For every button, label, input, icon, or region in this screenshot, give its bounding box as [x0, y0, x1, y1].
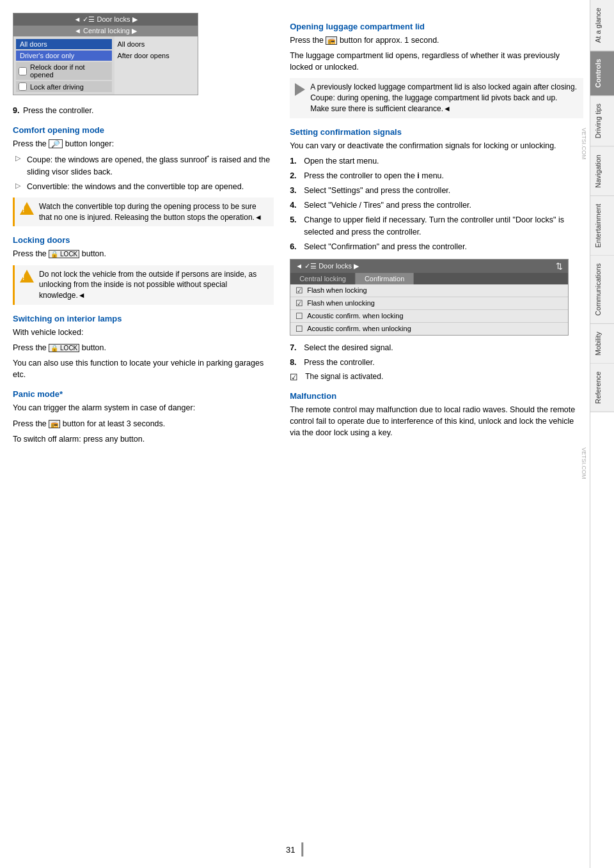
door-option-all-doors: All doors	[16, 39, 112, 49]
step-8: 8. Press the controller.	[290, 357, 583, 368]
info-triangle-icon	[295, 83, 305, 96]
confirm-tabs-row: Central locking Confirmation	[290, 273, 568, 284]
panic-text1: You can trigger the alarm system in case…	[13, 402, 274, 414]
step-6: 6. Select "Confirmation" and press the c…	[290, 241, 583, 252]
door-locks-header: ◄ ✓☰ Door locks ▶	[13, 13, 198, 26]
sidebar-tab-navigation[interactable]: Navigation	[590, 147, 615, 196]
confirmation-intro: You can vary or deactivate the confirmat…	[290, 140, 583, 151]
flash-when-unlocking-row: ☑ Flash when unlocking	[290, 297, 568, 310]
confirm-header: ◄ ✓☰ Door locks ▶ ⇅	[290, 260, 568, 273]
page-divider	[302, 842, 304, 856]
tab-central-locking[interactable]: Central locking	[290, 273, 356, 284]
acoustic-unlocking-row: ☐ Acoustic confirm. when unlocking	[290, 323, 568, 335]
panic-mode-title: Panic mode*	[13, 389, 274, 399]
opening-luggage-text1: Press the 📻 button for approx. 1 second.	[290, 35, 583, 46]
door-checkbox-lock-after: Lock after driving	[16, 81, 112, 92]
malfunction-title: Malfunction	[290, 391, 583, 401]
info-box-luggage: A previously locked luggage compartment …	[290, 78, 583, 118]
confirmation-steps-list: 1. Open the start menu. 2. Press the con…	[290, 155, 583, 252]
comfort-intro: Press the 🔎 button longer:	[13, 138, 274, 150]
setting-confirmation-title: Setting confirmation signals	[290, 127, 583, 137]
door-checkbox-relock: Relock door if not opened	[16, 62, 112, 80]
panic-text3: To switch off alarm: press any button.	[13, 433, 274, 445]
switching-lamps-title: Switching on interior lamps	[13, 314, 274, 323]
step-3: 3. Select "Settings" and press the contr…	[290, 185, 583, 196]
malfunction-text: The remote control may malfunction due t…	[290, 404, 583, 438]
left-column: ◄ ✓☰ Door locks ▶ ◄ Central locking ▶ Al…	[13, 13, 287, 855]
switching-lamps-text3: You can also use this function to locate…	[13, 357, 274, 380]
bullet-convertible: ▷ Convertible: the windows and the conve…	[13, 181, 274, 192]
bullet-arrow-2: ▷	[15, 182, 23, 192]
locking-doors-text: Press the 🔒 LOCK button.	[13, 248, 274, 260]
step-7: 7. Select the desired signal.	[290, 342, 583, 353]
bullet-arrow-1: ▷	[15, 154, 23, 177]
step-2: 2. Press the controller to open the i me…	[290, 170, 583, 182]
page-number: 31	[286, 845, 295, 855]
panic-text2: Press the 📻 button for at least 3 second…	[13, 418, 274, 430]
opening-luggage-title: Opening luggage compartment lid	[290, 22, 583, 31]
acoustic-locking-row: ☐ Acoustic confirm. when locking	[290, 310, 568, 323]
step-8-note: ☑ The signal is activated.	[290, 372, 583, 382]
confirmation-ui: ◄ ✓☰ Door locks ▶ ⇅ Central locking Conf…	[290, 259, 569, 336]
tab-confirmation[interactable]: Confirmation	[356, 273, 414, 284]
opening-luggage-text2: The luggage compartment lid opens, regar…	[290, 50, 583, 73]
door-locks-left-panel: All doors Driver's door only Relock door…	[13, 36, 114, 95]
bullet-coupe: ▷ Coupe: the windows are opened, the gla…	[13, 153, 274, 177]
sidebar-tab-communications[interactable]: Communications	[590, 256, 615, 324]
sidebar-tab-mobility[interactable]: Mobility	[590, 324, 615, 364]
watermark-1: VETSI.COM	[581, 128, 587, 160]
warning-lock-outside: ! Do not lock the vehicle from the outsi…	[13, 265, 274, 305]
sidebar-tab-reference[interactable]: Reference	[590, 364, 615, 412]
step-1: 1. Open the start menu.	[290, 155, 583, 167]
sidebar-tabs: At a glance Controls Driving tips Naviga…	[590, 0, 614, 868]
switching-lamps-text1: With vehicle locked:	[13, 327, 274, 338]
step-4: 4. Select "Vehicle / Tires" and press th…	[290, 199, 583, 211]
locking-doors-title: Locking doors	[13, 235, 274, 245]
sidebar-tab-entertainment[interactable]: Entertainment	[590, 196, 615, 256]
watermark-2: VETSI.COM	[581, 447, 587, 479]
flash-when-locking-row: ☑ Flash when locking	[290, 284, 568, 297]
right-column: Opening luggage compartment lid Press th…	[287, 13, 583, 855]
step-9: 9. Press the controller.	[13, 105, 274, 116]
step-5: 5. Change to upper field if necessary. T…	[290, 214, 583, 237]
page-number-area: 31	[286, 842, 303, 856]
sidebar-tab-driving-tips[interactable]: Driving tips	[590, 96, 615, 146]
sidebar-tab-controls[interactable]: Controls	[590, 51, 615, 96]
door-locks-subheader: ◄ Central locking ▶	[13, 26, 198, 36]
door-locks-right-panel: All doors After door opens	[114, 36, 198, 95]
sidebar-tab-at-a-glance[interactable]: At a glance	[590, 0, 615, 51]
door-locks-ui: ◄ ✓☰ Door locks ▶ ◄ Central locking ▶ Al…	[13, 13, 198, 95]
warning-convertible-top: ! Watch the convertible top during the o…	[13, 198, 274, 227]
comfort-mode-title: Comfort opening mode	[13, 125, 274, 135]
switching-lamps-text2: Press the 🔒 LOCK button.	[13, 342, 274, 353]
door-option-driver: Driver's door only	[16, 50, 112, 61]
